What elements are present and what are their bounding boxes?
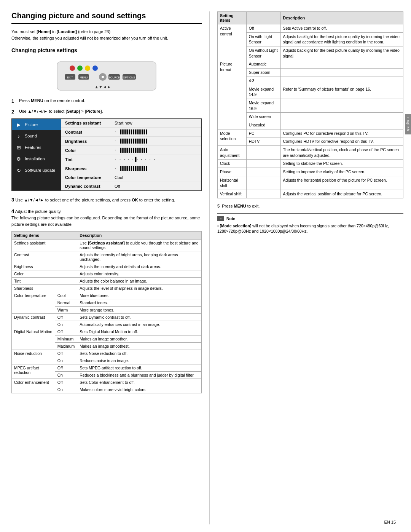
page-number: EN 15: [384, 520, 396, 524]
step-2: 2 Use ▲/▼/◄/► to select [Setup] > [Pictu…: [11, 108, 202, 116]
menu-row-value: Cool: [115, 175, 198, 180]
menu-row-label: Sharpness: [65, 166, 115, 171]
setting-sub: [246, 176, 280, 190]
picture-icon: ▶: [16, 121, 22, 128]
setting-desc: [280, 60, 403, 69]
table-row: Settings assistant Use [Settings assista…: [12, 240, 202, 251]
setting-sub: On: [55, 372, 77, 379]
setting-desc: Adjusts the horizontal position of the p…: [280, 176, 403, 190]
setting-item: Picture format: [218, 60, 247, 129]
setting-item: Horizontal shift: [218, 176, 247, 190]
table-row: Phase Setting to improve the clarity of …: [218, 168, 403, 176]
setting-desc: Adjusts color intensity.: [77, 270, 202, 278]
sidebar-item-features[interactable]: ⊞ Features: [12, 142, 61, 153]
sidebar-item-label: Software update: [25, 168, 55, 173]
left-settings-table: Setting items Description Settings assis…: [11, 231, 202, 393]
svg-point-2: [77, 66, 83, 71]
setting-item: Noise reduction: [12, 350, 55, 364]
setting-desc: [280, 99, 403, 112]
menu-row-color: Color · ▐▐▐▐▐▐▐▐▐▐▐▐▐: [61, 146, 201, 155]
setting-desc: Adjusts backlight for the best picture q…: [280, 46, 403, 60]
note-icon: ≡: [217, 216, 224, 221]
menu-row-contrast: Contrast · ▐▐▐▐▐▐▐▐▐▐▐▐▐: [61, 128, 201, 137]
note-label: Note: [226, 216, 235, 222]
setting-desc: Configures HDTV for corrective respond o…: [280, 137, 403, 146]
col-sub: [246, 12, 280, 24]
setting-desc: [280, 113, 403, 121]
setting-sub: [55, 285, 77, 292]
software-update-icon: ↻: [16, 167, 22, 173]
setting-desc: Reduces noise in an image.: [77, 357, 202, 364]
setting-sub: Off: [246, 24, 280, 33]
setting-item: Phase: [218, 168, 247, 176]
note-text: • [Mode selection] will not be displayed…: [217, 223, 403, 234]
col-setting-items: Setting items: [12, 232, 55, 240]
menu-row-dynamic-contrast: Dynamic contrast Off: [61, 182, 201, 190]
menu-row-brightness: Brightness · ▐▐▐▐▐▐▐▐▐▐▐▐▐: [61, 137, 201, 146]
table-row: Vertical shift Adjusts the vertical posi…: [218, 190, 403, 198]
setting-desc: More blue tones.: [77, 292, 202, 299]
setting-sub: Off: [55, 328, 77, 335]
note-block: ≡ Note • [Mode selection] will not be di…: [217, 213, 403, 234]
table-row: Digital Natural Motion Off Sets Digital …: [12, 328, 202, 335]
step-1-num: 1: [11, 97, 17, 105]
setting-desc: Sets Dynamic contrast to off.: [77, 314, 202, 321]
section-heading: Changing picture settings: [11, 47, 202, 55]
setting-sub: Movie expand 16:9: [246, 99, 280, 112]
intro-text: You must set [Home] in [Location] (refer…: [11, 29, 202, 41]
table-row: Picture format Automatic: [218, 60, 403, 69]
setting-item: Brightness: [12, 263, 55, 270]
setting-sub: On with Light Sensor: [246, 32, 280, 46]
menu-row-bar: · ▐▐▐▐▐▐▐▐▐▐▐▐▐: [115, 148, 198, 153]
sidebar-item-picture[interactable]: ▶ Picture: [12, 119, 61, 130]
svg-text:MENU: MENU: [80, 76, 88, 79]
svg-text:OPTIONS: OPTIONS: [123, 76, 135, 79]
setting-desc: Adjusts the vertical position of the pic…: [280, 190, 403, 198]
setting-desc: Adjusts backlight for the best picture q…: [280, 32, 403, 46]
setting-item: Contrast: [12, 251, 55, 263]
setting-sub: [55, 240, 77, 251]
setting-desc: Sets Color enhancement to off.: [77, 379, 202, 386]
sidebar-item-sound[interactable]: ♪ Sound: [12, 130, 61, 142]
setting-sub: [55, 270, 77, 278]
setting-sub: Minimum: [55, 335, 77, 343]
setting-desc: Adjusts the color balance in an image.: [77, 278, 202, 285]
menu-row-settings-assistant: Settings assistant Start now: [61, 119, 201, 128]
setting-sub: On: [55, 357, 77, 364]
setting-sub: Off: [55, 379, 77, 386]
sidebar-item-installation[interactable]: ⚙ Installation: [12, 153, 61, 165]
setting-desc: Sets Active control to off.: [280, 24, 403, 33]
table-row: Brightness Adjusts the intensity and det…: [12, 263, 202, 270]
sidebar-item-software-update[interactable]: ↻ Software update: [12, 165, 61, 176]
setting-sub: On: [55, 386, 77, 393]
step-2-text: Use ▲/▼/◄/► to select [Setup] > [Picture…: [19, 108, 202, 116]
table-row: Contrast Adjusts the intensity of bright…: [12, 251, 202, 263]
svg-text:SOURCE: SOURCE: [108, 76, 120, 79]
setting-sub: Movie expand 14:9: [246, 85, 280, 99]
svg-point-10: [102, 76, 104, 78]
setting-sub: [246, 190, 280, 198]
setting-desc: Refer to 'Summary of picture formats' on…: [280, 85, 403, 99]
menu-row-tintbar: · · · · ·▐· · · · ·: [115, 157, 198, 162]
setting-item: Active control: [218, 24, 247, 60]
setting-desc: Configures PC for corrective respond on …: [280, 129, 403, 137]
setting-desc: Use [Settings assistant] to guide you th…: [77, 240, 202, 251]
menu-row-label: Tint: [65, 157, 115, 162]
setting-sub: [55, 251, 77, 263]
step-3-num: 3: [11, 197, 14, 203]
setting-desc: [280, 121, 403, 129]
setting-sub: Off: [55, 364, 77, 372]
setting-item: Clock: [218, 160, 247, 168]
table-row: Noise reduction Off Sets Noise reduction…: [12, 350, 202, 357]
setting-item: Color: [12, 270, 55, 278]
menu-row-bar: · ▐▐▐▐▐▐▐▐▐▐▐▐▐: [115, 166, 198, 171]
sound-icon: ♪: [16, 133, 22, 139]
table-row: MPEG artifact reduction Off Sets MPEG ar…: [12, 364, 202, 372]
step-3: 3 Use ▲/▼/◄/► to select one of the pictu…: [11, 196, 202, 204]
svg-point-4: [92, 66, 98, 71]
table-row: Color Adjusts color intensity.: [12, 270, 202, 278]
menu-row-bar: · ▐▐▐▐▐▐▐▐▐▐▐▐▐: [115, 139, 198, 144]
menu-row-label: Brightness: [65, 139, 115, 144]
sidebar-item-label: Installation: [25, 157, 45, 161]
right-settings-table: Setting items Description Active control…: [217, 11, 403, 198]
